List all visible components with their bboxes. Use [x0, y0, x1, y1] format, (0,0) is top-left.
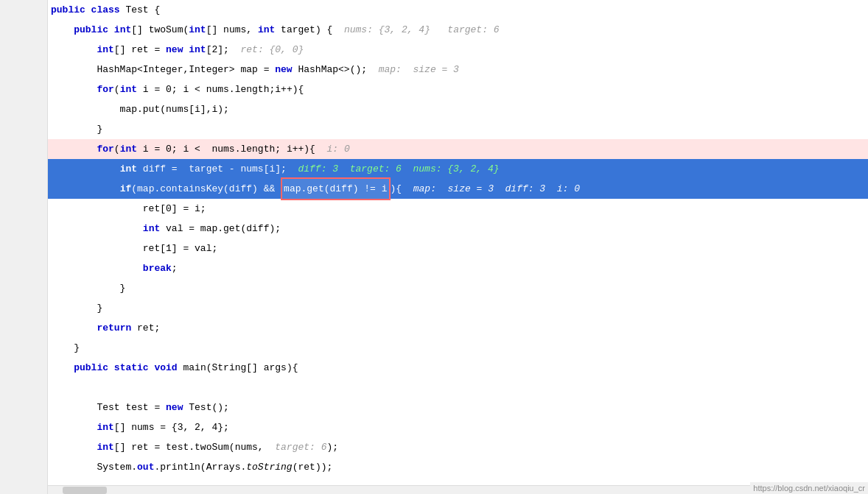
code-line-25: 25 ▼ }: [48, 338, 868, 358]
code-line-8: 8 ▶ ▼ public class Test {: [48, 0, 868, 20]
code-line-23: 23 }: [48, 298, 868, 318]
code-line-29: 29 int[] nums = {3, 2, 4};: [48, 417, 868, 437]
code-line-15: 15 ✕ for(int i = 0; i < nums.length; i++…: [48, 139, 868, 159]
code-line-26: 26 ▶ ▼ public static void main(String[] …: [48, 358, 868, 378]
code-line-11: 11 HashMap<Integer,Integer> map = new Ha…: [48, 60, 868, 80]
code-line-14: 14 }: [48, 119, 868, 139]
code-line-13: 13 map.put(nums[i],i);: [48, 99, 868, 119]
footer-url: https://blog.csdn.net/xiaoqiu_cr: [750, 482, 868, 494]
code-line-22: 22 }: [48, 278, 868, 298]
code-line-31: 31 System.out.println(Arrays.toString(re…: [48, 457, 868, 477]
code-area: 8 ▶ ▼ public class Test { 9 ▼ public int…: [48, 0, 868, 494]
line-gutter: [0, 0, 48, 494]
code-line-16: 16 int diff = target - nums[i]; diff: 3 …: [48, 159, 868, 179]
code-line-18: 18 ret[0] = i;: [48, 199, 868, 219]
code-line-19: 19 int val = map.get(diff);: [48, 219, 868, 239]
code-line-12: 12 for(int i = 0; i < nums.length;i++){: [48, 80, 868, 99]
code-line-9: 9 ▼ public int[] twoSum(int[] nums, int …: [48, 20, 868, 40]
code-editor: 8 ▶ ▼ public class Test { 9 ▼ public int…: [0, 0, 868, 494]
code-line-24: 24 return ret;: [48, 318, 868, 338]
code-line-17: 17 if(map.containsKey(diff) && map.get(d…: [48, 179, 868, 199]
code-line-28: 28 Test test = new Test();: [48, 398, 868, 417]
code-line-21: 21 break;: [48, 258, 868, 278]
code-line-30: 30 int[] ret = test.twoSum(nums, target:…: [48, 437, 868, 457]
code-line-10: 10 int[] ret = new int[2]; ret: {0, 0}: [48, 40, 868, 60]
scrollbar-thumb[interactable]: [63, 487, 107, 494]
horizontal-scrollbar[interactable]: [48, 485, 868, 494]
code-line-20: 20 ret[1] = val;: [48, 239, 868, 258]
code-line-27: 27: [48, 378, 868, 398]
